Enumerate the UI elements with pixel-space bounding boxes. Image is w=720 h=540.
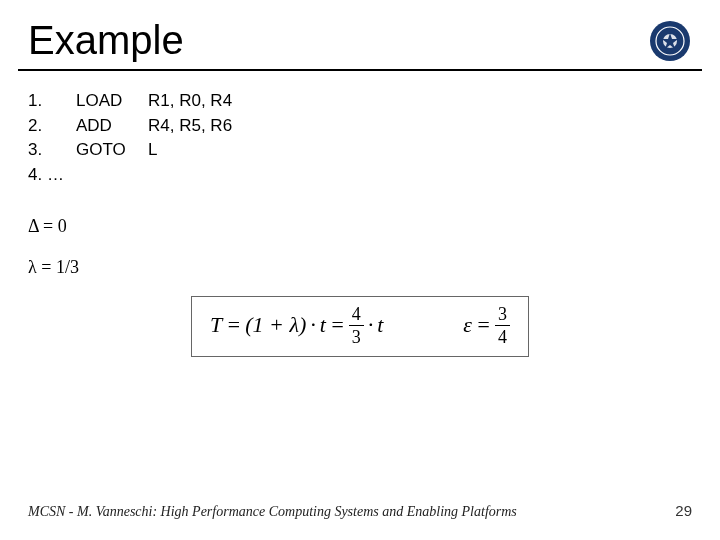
formula-box: T = (1 + λ) · t = 4 3 · t ε = 3 [191,296,529,357]
paren: (1 + λ) [245,312,306,338]
fraction-3-4: 3 4 [495,305,510,346]
lambda-line: λ = 1/3 [28,257,720,278]
var-T: T [210,312,222,338]
equals: = [476,312,491,338]
code-block: 1. LOAD R1, R0, R4 2. ADD R4, R5, R6 3. … [28,89,720,188]
code-line-num: 2. [28,114,76,139]
footer-text: MCSN - M. Vanneschi: High Performance Co… [28,504,517,520]
code-op [76,163,148,188]
dot: · [310,312,316,338]
fraction-bar [495,325,510,326]
code-op: ADD [76,114,148,139]
code-line-num: 3. [28,138,76,163]
fraction-4-3: 4 3 [349,305,364,346]
code-op: LOAD [76,89,148,114]
page-title: Example [28,18,184,63]
var-t: t [320,312,326,338]
code-row: 3. GOTO L [28,138,720,163]
code-args: R4, R5, R6 [148,114,232,139]
numerator: 4 [349,305,364,323]
equals: = [330,312,345,338]
var-t: t [377,312,383,338]
code-line-num: 1. [28,89,76,114]
equals: = [226,312,241,338]
code-row: 1. LOAD R1, R0, R4 [28,89,720,114]
denominator: 3 [349,328,364,346]
fraction-bar [349,325,364,326]
code-args: L [148,138,157,163]
university-seal-icon [648,19,692,63]
code-args: R1, R0, R4 [148,89,232,114]
formula-epsilon: ε = 3 4 [463,305,510,346]
delta-line: Δ = 0 [28,216,720,237]
numerator: 3 [495,305,510,323]
code-line-num: 4. … [28,163,76,188]
dot: · [368,312,374,338]
page-number: 29 [675,502,692,519]
denominator: 4 [495,328,510,346]
code-row: 2. ADD R4, R5, R6 [28,114,720,139]
formula-T: T = (1 + λ) · t = 4 3 · t [210,305,383,346]
code-row: 4. … [28,163,720,188]
title-divider [18,69,702,71]
code-op: GOTO [76,138,148,163]
var-epsilon: ε [463,312,472,338]
